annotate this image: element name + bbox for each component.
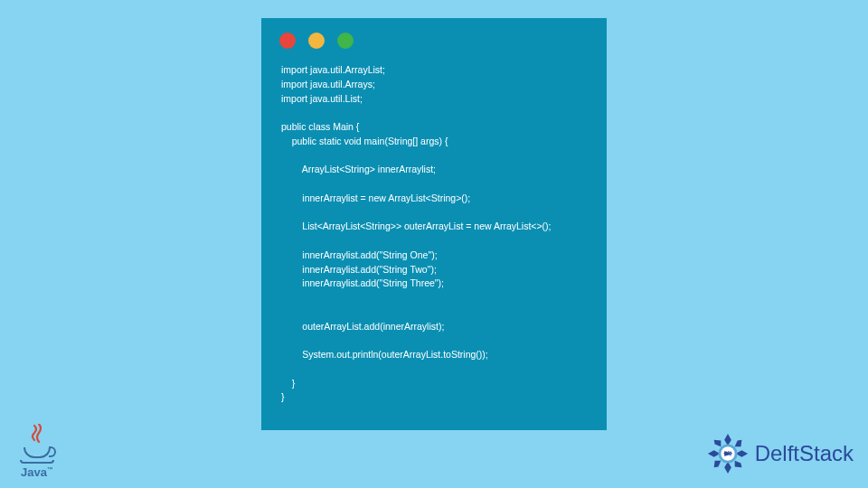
window-dots <box>261 18 607 58</box>
java-label: Java™ <box>16 465 58 479</box>
delftstack-label: DelftStack <box>755 441 854 466</box>
svg-marker-3 <box>734 461 741 468</box>
svg-marker-2 <box>735 450 747 457</box>
svg-marker-5 <box>713 461 721 468</box>
java-saucer-icon <box>20 460 54 464</box>
java-logo: Java™ <box>16 424 58 479</box>
close-dot-icon <box>279 33 296 49</box>
minimize-dot-icon <box>308 33 325 49</box>
code-block: import java.util.ArrayList; import java.… <box>261 58 607 419</box>
maximize-dot-icon <box>337 33 354 49</box>
java-steam-icon <box>16 424 58 446</box>
svg-marker-0 <box>724 434 731 446</box>
java-label-text: Java <box>21 465 47 479</box>
svg-marker-7 <box>713 440 721 447</box>
delftstack-gear-icon: </> <box>706 432 750 475</box>
svg-marker-4 <box>724 462 731 474</box>
svg-marker-6 <box>708 450 720 457</box>
svg-marker-1 <box>734 440 741 447</box>
code-window: import java.util.ArrayList; import java.… <box>261 18 607 430</box>
delftstack-logo: </> DelftStack <box>706 432 854 475</box>
svg-text:</>: </> <box>723 450 732 456</box>
java-tm-icon: ™ <box>47 466 53 473</box>
java-cup-icon <box>24 447 51 458</box>
